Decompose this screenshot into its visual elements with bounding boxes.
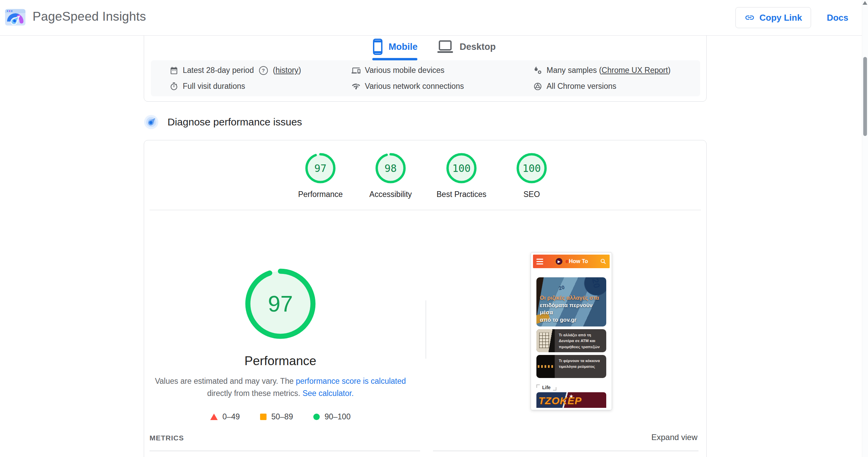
chrome-ux-report-link[interactable]: Chrome UX Report — [601, 66, 668, 75]
metrics-divider-left — [150, 451, 420, 451]
score-value: 97 — [314, 162, 327, 174]
banknote-numeral: 20 — [558, 284, 565, 291]
see-calculator-link[interactable]: See calculator. — [302, 389, 354, 398]
mobile-phone-icon — [372, 39, 383, 55]
link-icon — [745, 13, 755, 23]
help-icon[interactable]: ? — [259, 66, 268, 75]
pagespeed-logo-icon — [5, 7, 26, 27]
score-ring: 100 — [516, 153, 547, 184]
performance-score-link[interactable]: performance score is calculated — [296, 377, 406, 385]
summary-item-durations: Full visit durations — [170, 82, 352, 91]
article-card: Τι φέρνουν τα κόκκινα τιμολόγια ρεύματος — [536, 355, 606, 378]
score-ring: 100 — [446, 153, 477, 184]
legend-label: 90–100 — [324, 412, 351, 421]
legend-label: 0–49 — [222, 412, 240, 421]
score-label: SEO — [498, 190, 566, 199]
history-link-wrap: (history) — [273, 66, 301, 75]
score-label: Performance — [287, 190, 354, 199]
history-link[interactable]: history — [275, 66, 298, 75]
summary-item-devices: Various mobile devices — [352, 66, 533, 75]
page-screenshot-thumbnail[interactable]: ▶ eHow To 20 20 Οι ριζικές αλλαγές στα ε… — [531, 252, 612, 410]
summary-item-label: Full visit durations — [183, 82, 245, 91]
scrollbar-up-arrow-icon[interactable] — [863, 1, 867, 5]
atm-keypad-image — [536, 329, 555, 352]
metrics-divider-right — [433, 451, 698, 451]
article-card-title: Τι φέρνουν τα κόκκινα τιμολόγια ρεύματος — [555, 355, 606, 378]
expand-view-button[interactable]: Expand view — [651, 433, 697, 442]
summary-item-period: Latest 28-day period ? (history) — [170, 66, 352, 75]
lights-image — [536, 355, 555, 378]
gauge-value: 97 — [268, 291, 293, 316]
page-title: PageSpeed Insights — [33, 9, 146, 24]
lighthouse-report-card: 97 Performance 98 Accessibility 100 Best… — [144, 140, 707, 457]
stopwatch-icon — [170, 82, 178, 91]
devices-icon — [352, 66, 360, 75]
date-range-icon — [170, 66, 178, 75]
site-header: ▶ eHow To — [533, 255, 610, 268]
summary-item-network: Various network connections — [352, 82, 533, 91]
copy-link-button[interactable]: Copy Link — [735, 7, 811, 28]
hamburger-menu-icon — [536, 259, 543, 264]
hero-article: 20 20 Οι ριζικές αλλαγές στα επιδόματα π… — [536, 277, 606, 326]
tab-mobile[interactable]: Mobile — [372, 39, 418, 60]
score-value: 100 — [522, 162, 541, 174]
site-logo-icon: ▶ — [555, 257, 564, 266]
legend-item-fail: 0–49 — [210, 412, 240, 421]
metrics-section-label: METRICS — [150, 434, 184, 442]
score-gauge-accessibility[interactable]: 98 Accessibility — [357, 153, 425, 199]
column-divider — [426, 300, 426, 359]
score-gauge-best-practices[interactable]: 100 Best Practices — [428, 153, 495, 199]
samples-icon — [533, 66, 542, 75]
score-value: 100 — [452, 162, 471, 174]
score-gauge-performance[interactable]: 97 Performance — [287, 153, 354, 199]
score-ring: 98 — [375, 153, 406, 184]
scrollbar-thumb[interactable] — [863, 57, 867, 136]
score-label: Accessibility — [357, 190, 425, 199]
diagnose-heading: Diagnose performance issues — [167, 116, 302, 128]
footer-article: ★ ΤΖΟΚΕΡ — [536, 392, 606, 408]
score-value: 98 — [384, 162, 397, 174]
screenshot-content: ▶ eHow To 20 20 Οι ριζικές αλλαγές στα ε… — [533, 255, 610, 408]
article-card-title: Τι αλλάζει από τη Δευτέρα σε ΑΤΜ και προ… — [555, 329, 606, 352]
diagnose-section-header: Diagnose performance issues — [144, 115, 302, 130]
legend-triangle-icon — [210, 414, 218, 420]
hero-headline: Οι ριζικές αλλαγές στα επιδόματα περνούν… — [540, 294, 606, 324]
score-row-divider — [150, 210, 701, 210]
legend-circle-icon — [313, 414, 320, 420]
legend-item-pass: 90–100 — [313, 412, 351, 421]
corner-mark — [553, 387, 556, 391]
score-ring: 97 — [305, 153, 336, 184]
life-section-label: Life — [536, 385, 606, 390]
joker-logo-text: ΤΖΟΚΕΡ — [538, 395, 582, 406]
score-note: Values are estimated and may vary. The p… — [152, 375, 409, 399]
summary-item-samples: Many samples (Chrome UX Report) — [533, 66, 700, 75]
tab-desktop[interactable]: Desktop — [436, 39, 496, 60]
summary-item-label: Various mobile devices — [365, 66, 445, 75]
summary-item-label: Latest 28-day period — [183, 66, 254, 75]
summary-item-chrome: All Chrome versions — [533, 82, 700, 91]
score-gauge-seo[interactable]: 100 SEO — [498, 153, 566, 199]
site-brand: ▶ eHow To — [555, 257, 588, 266]
score-legend: 0–49 50–89 90–100 — [210, 412, 351, 421]
legend-label: 50–89 — [271, 412, 293, 421]
corner-mark — [536, 384, 540, 388]
tab-mobile-label: Mobile — [389, 42, 418, 52]
network-icon — [352, 82, 360, 91]
search-icon — [600, 258, 606, 264]
tab-desktop-label: Desktop — [459, 42, 496, 52]
app-header: PageSpeed Insights Copy Link Docs — [0, 0, 868, 36]
docs-link[interactable]: Docs — [827, 13, 848, 23]
diagnose-gauge-icon — [144, 115, 159, 130]
gauge-label: Performance — [244, 354, 316, 368]
samples-label: Many samples (Chrome UX Report) — [547, 66, 671, 75]
device-tabs: Mobile Desktop — [0, 39, 868, 60]
legend-square-icon — [260, 414, 267, 420]
chrome-icon — [533, 82, 542, 91]
crux-summary-box: Latest 28-day period ? (history) Various… — [151, 60, 700, 96]
performance-gauge[interactable]: 97 — [243, 266, 318, 341]
summary-item-label: Various network connections — [365, 82, 464, 91]
pagespeed-insights-page: PageSpeed Insights Copy Link Docs Mobile — [0, 0, 868, 457]
header-actions: Copy Link Docs — [735, 0, 848, 35]
summary-item-label: All Chrome versions — [547, 82, 616, 91]
desktop-laptop-icon — [436, 40, 454, 54]
